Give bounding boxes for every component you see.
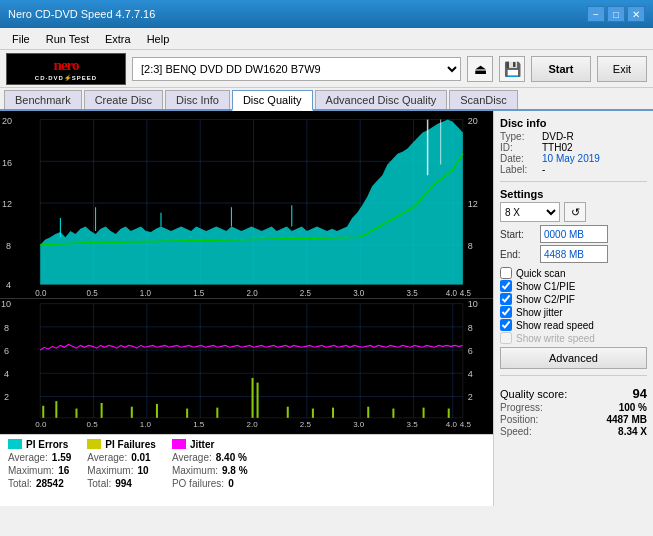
pi-errors-label: PI Errors bbox=[26, 439, 68, 450]
tab-benchmark[interactable]: Benchmark bbox=[4, 90, 82, 109]
svg-text:10: 10 bbox=[468, 300, 478, 310]
legend-jitter: Jitter Average: 8.40 % Maximum: 9.8 % PO… bbox=[172, 439, 248, 502]
disc-date-row: Date: 10 May 2019 bbox=[500, 153, 647, 164]
tab-scan-disc[interactable]: ScanDisc bbox=[449, 90, 517, 109]
advanced-button[interactable]: Advanced bbox=[500, 347, 647, 369]
quick-scan-checkbox[interactable] bbox=[500, 267, 512, 279]
svg-text:4: 4 bbox=[468, 370, 473, 380]
disc-label-value: - bbox=[542, 164, 647, 175]
position-value: 4487 MB bbox=[606, 414, 647, 425]
svg-rect-60 bbox=[75, 409, 77, 418]
disc-label-row: Label: - bbox=[500, 164, 647, 175]
speed-select[interactable]: 8 X bbox=[500, 202, 560, 222]
app-logo: nero CD·DVD⚡SPEED bbox=[6, 53, 126, 85]
pi-errors-total-value: 28542 bbox=[36, 478, 64, 489]
svg-text:20: 20 bbox=[2, 116, 12, 126]
svg-text:4: 4 bbox=[6, 279, 11, 289]
start-button[interactable]: Start bbox=[531, 56, 591, 82]
pi-failures-color bbox=[87, 439, 101, 449]
show-c1-label: Show C1/PIE bbox=[516, 281, 575, 292]
svg-rect-61 bbox=[101, 403, 103, 418]
svg-text:6: 6 bbox=[4, 346, 9, 356]
show-c2-row: Show C2/PIF bbox=[500, 293, 647, 305]
show-jitter-label: Show jitter bbox=[516, 307, 563, 318]
svg-text:8: 8 bbox=[468, 241, 473, 251]
tab-disc-quality[interactable]: Disc Quality bbox=[232, 90, 313, 111]
minimize-button[interactable]: − bbox=[587, 6, 605, 22]
svg-text:3.0: 3.0 bbox=[353, 421, 364, 430]
show-read-speed-checkbox[interactable] bbox=[500, 319, 512, 331]
main-content: 20 16 12 8 4 20 12 8 0.0 0.5 1.0 1.5 2.0… bbox=[0, 111, 653, 506]
end-input[interactable] bbox=[540, 245, 608, 263]
tab-advanced-disc-quality[interactable]: Advanced Disc Quality bbox=[315, 90, 448, 109]
svg-text:0.0: 0.0 bbox=[35, 421, 46, 430]
refresh-button[interactable]: ↺ bbox=[564, 202, 586, 222]
close-button[interactable]: ✕ bbox=[627, 6, 645, 22]
show-c1-checkbox[interactable] bbox=[500, 280, 512, 292]
bottom-chart: 10 8 6 4 2 10 8 6 4 2 0.0 0.5 1.0 1.5 bbox=[0, 298, 493, 434]
svg-text:12: 12 bbox=[2, 199, 12, 209]
start-row: Start: bbox=[500, 225, 647, 243]
speed-row-quality: Speed: 8.34 X bbox=[500, 426, 647, 437]
svg-text:8: 8 bbox=[4, 323, 9, 333]
quality-section: Quality score: 94 Progress: 100 % Positi… bbox=[500, 382, 647, 438]
pi-failures-total-label: Total: bbox=[87, 478, 111, 489]
svg-text:8: 8 bbox=[6, 241, 11, 251]
jitter-avg-label: Average: bbox=[172, 452, 212, 463]
speed-label: Speed: bbox=[500, 426, 532, 437]
show-jitter-row: Show jitter bbox=[500, 306, 647, 318]
save-button[interactable]: 💾 bbox=[499, 56, 525, 82]
menu-help[interactable]: Help bbox=[139, 31, 178, 47]
left-panel: 20 16 12 8 4 20 12 8 0.0 0.5 1.0 1.5 2.0… bbox=[0, 111, 493, 506]
svg-rect-64 bbox=[186, 409, 188, 418]
tab-disc-info[interactable]: Disc Info bbox=[165, 90, 230, 109]
disc-type-label: Type: bbox=[500, 131, 538, 142]
svg-rect-68 bbox=[287, 407, 289, 418]
svg-rect-70 bbox=[332, 408, 334, 418]
menu-extra[interactable]: Extra bbox=[97, 31, 139, 47]
drive-select[interactable]: [2:3] BENQ DVD DD DW1620 B7W9 bbox=[132, 57, 461, 81]
menu-file[interactable]: File bbox=[4, 31, 38, 47]
disc-label-label: Label: bbox=[500, 164, 538, 175]
pi-failures-total-value: 994 bbox=[115, 478, 132, 489]
position-row: Position: 4487 MB bbox=[500, 414, 647, 425]
settings-title: Settings bbox=[500, 188, 647, 200]
svg-text:3.0: 3.0 bbox=[353, 288, 365, 298]
eject-button[interactable]: ⏏ bbox=[467, 56, 493, 82]
end-row: End: bbox=[500, 245, 647, 263]
quality-score-label: Quality score: bbox=[500, 388, 567, 400]
show-c2-checkbox[interactable] bbox=[500, 293, 512, 305]
svg-text:4.0: 4.0 bbox=[446, 421, 457, 430]
disc-id-row: ID: TTH02 bbox=[500, 142, 647, 153]
start-input[interactable] bbox=[540, 225, 608, 243]
exit-button[interactable]: Exit bbox=[597, 56, 647, 82]
svg-rect-66 bbox=[252, 378, 254, 418]
tab-create-disc[interactable]: Create Disc bbox=[84, 90, 163, 109]
window-controls: − □ ✕ bbox=[587, 6, 645, 22]
svg-text:4.0: 4.0 bbox=[446, 288, 458, 298]
end-label: End: bbox=[500, 249, 536, 260]
svg-text:6: 6 bbox=[468, 346, 473, 356]
speed-value: 8.34 X bbox=[618, 426, 647, 437]
disc-id-label: ID: bbox=[500, 142, 538, 153]
pi-errors-max-label: Maximum: bbox=[8, 465, 54, 476]
svg-rect-63 bbox=[156, 404, 158, 418]
quick-scan-label: Quick scan bbox=[516, 268, 565, 279]
svg-rect-62 bbox=[131, 407, 133, 418]
svg-text:1.5: 1.5 bbox=[193, 421, 204, 430]
disc-info-title: Disc info bbox=[500, 117, 647, 129]
jitter-color bbox=[172, 439, 186, 449]
menu-run-test[interactable]: Run Test bbox=[38, 31, 97, 47]
svg-text:1.5: 1.5 bbox=[193, 288, 205, 298]
position-label: Position: bbox=[500, 414, 538, 425]
pi-failures-max-value: 10 bbox=[137, 465, 148, 476]
jitter-po-value: 0 bbox=[228, 478, 234, 489]
jitter-max-value: 9.8 % bbox=[222, 465, 248, 476]
maximize-button[interactable]: □ bbox=[607, 6, 625, 22]
pi-errors-total-label: Total: bbox=[8, 478, 32, 489]
show-jitter-checkbox[interactable] bbox=[500, 306, 512, 318]
app-title: Nero CD-DVD Speed 4.7.7.16 bbox=[8, 8, 155, 20]
svg-text:4: 4 bbox=[4, 370, 9, 380]
svg-rect-72 bbox=[392, 409, 394, 418]
svg-rect-67 bbox=[257, 383, 259, 418]
